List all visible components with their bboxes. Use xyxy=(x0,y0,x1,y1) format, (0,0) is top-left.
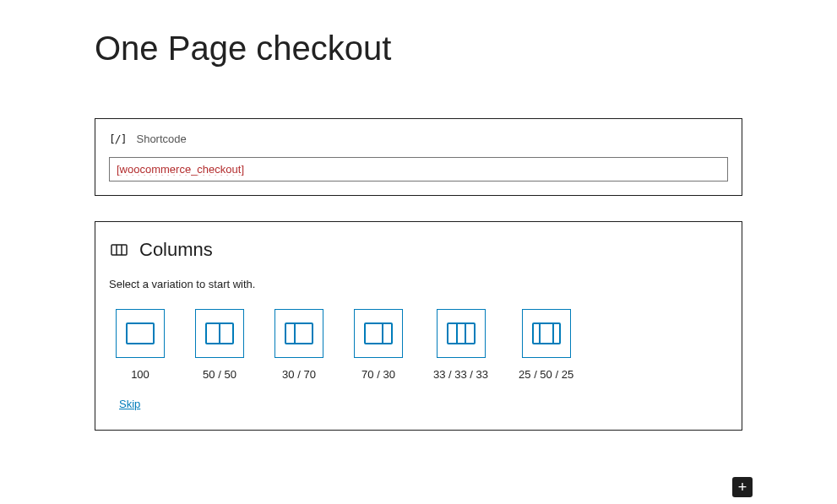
skip-link[interactable]: Skip xyxy=(109,398,140,410)
columns-icon xyxy=(109,240,129,260)
svg-rect-13 xyxy=(533,323,560,344)
columns-block-header: Columns xyxy=(109,239,728,261)
page-title[interactable]: One Page checkout xyxy=(95,30,742,68)
variation-50-50[interactable]: 50 / 50 xyxy=(195,309,244,381)
svg-rect-10 xyxy=(448,323,475,344)
variation-label: 33 / 33 / 33 xyxy=(433,368,488,381)
variation-25-50-25[interactable]: 25 / 50 / 25 xyxy=(519,309,573,381)
plus-icon: + xyxy=(738,480,747,495)
variation-70-30[interactable]: 70 / 30 xyxy=(354,309,403,381)
shortcode-input[interactable] xyxy=(109,157,728,182)
variation-100[interactable]: 100 xyxy=(116,309,165,381)
variation-label: 70 / 30 xyxy=(361,368,395,381)
variation-30-70[interactable]: 30 / 70 xyxy=(274,309,323,381)
svg-rect-8 xyxy=(365,323,392,344)
shortcode-icon: [/] xyxy=(109,133,126,145)
column-variations: 100 50 / 50 30 / 70 70 / 30 xyxy=(109,309,728,381)
add-block-button[interactable]: + xyxy=(732,477,753,497)
columns-title: Columns xyxy=(139,239,213,261)
shortcode-block: [/] Shortcode xyxy=(95,118,742,196)
svg-rect-3 xyxy=(127,323,154,344)
variation-label: 30 / 70 xyxy=(282,368,316,381)
variation-label: 25 / 50 / 25 xyxy=(519,368,573,381)
variation-label: 100 xyxy=(131,368,149,381)
columns-description: Select a variation to start with. xyxy=(109,278,728,290)
shortcode-label: Shortcode xyxy=(136,133,186,145)
svg-rect-0 xyxy=(111,245,127,255)
variation-33-33-33[interactable]: 33 / 33 / 33 xyxy=(433,309,488,381)
variation-label: 50 / 50 xyxy=(203,368,236,381)
svg-rect-6 xyxy=(285,323,313,344)
shortcode-block-header: [/] Shortcode xyxy=(109,133,728,145)
columns-block: Columns Select a variation to start with… xyxy=(95,221,742,431)
